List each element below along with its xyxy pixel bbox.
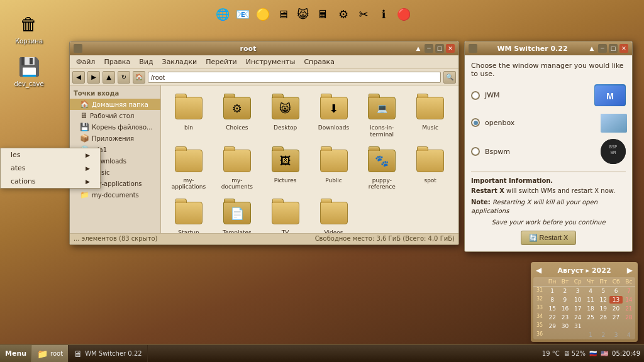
menu-edit[interactable]: Правка [100, 57, 134, 67]
cal-day-11[interactable]: 11 [584, 296, 597, 304]
taskbar-flag-ru[interactable]: 🇷🇺 [589, 350, 597, 357]
wm-up-btn[interactable]: ▲ [587, 44, 596, 53]
menu-tools[interactable]: Инструменты [242, 57, 299, 67]
wm-maximize-btn[interactable]: □ [609, 44, 618, 53]
cal-day-14[interactable]: 14 [623, 296, 635, 304]
sidebar-item-desktop[interactable]: 🖥 Рабочий стол [70, 110, 160, 121]
cal-day-9[interactable]: 9 [558, 296, 571, 304]
back-btn[interactable]: ◀ [72, 71, 85, 84]
menu-file[interactable]: Файл [72, 57, 99, 67]
cal-day-4[interactable]: 4 [584, 287, 597, 295]
cal-day-7[interactable]: 7 [623, 287, 635, 295]
forward-btn[interactable]: ▶ [87, 71, 100, 84]
file-item-spot[interactable]: spot [408, 143, 453, 194]
wm-close-btn[interactable]: ✕ [619, 44, 628, 53]
cal-day-31[interactable]: 31 [572, 322, 584, 330]
file-item-startup[interactable]: Startup [166, 195, 211, 233]
restart-x-button[interactable]: 🔄 Restart X [521, 231, 577, 245]
cal-prev-btn[interactable]: ◀ [536, 266, 541, 275]
cal-day-30[interactable]: 30 [558, 322, 571, 330]
wm-option-bspwm[interactable]: Bspwm BSP WM [471, 139, 626, 164]
top-icon-calc[interactable]: 🖩 [314, 5, 332, 23]
taskbar-flag-us[interactable]: 🇺🇸 [601, 350, 608, 357]
wm-option-jwm[interactable]: JWM M [471, 84, 626, 106]
cal-day-10[interactable]: 10 [572, 296, 584, 304]
cal-day-22[interactable]: 22 [546, 314, 558, 321]
window-close-btn[interactable]: ✕ [446, 44, 455, 53]
cal-next-3[interactable]: 3 [609, 331, 622, 339]
file-manager-menu-btn[interactable] [74, 44, 82, 53]
taskbar-item-wm[interactable]: 🖥 WM Switcher 0.22 [69, 345, 147, 362]
menu-view[interactable]: Вид [135, 57, 157, 67]
cal-next-2[interactable]: 2 [597, 331, 609, 339]
cal-day-24[interactable]: 24 [572, 314, 584, 321]
file-item-bin[interactable]: bin [166, 90, 211, 141]
menu-help[interactable]: Справка [300, 57, 338, 67]
file-item-icons[interactable]: 💻 icons-in-terminal [359, 90, 404, 141]
file-item-desktop[interactable]: 😸 Desktop [263, 90, 308, 141]
up-btn[interactable]: ▲ [103, 71, 115, 84]
search-btn[interactable]: 🔍 [443, 71, 456, 84]
wm-menu-btn[interactable] [469, 44, 477, 53]
top-icon-red[interactable]: 🔴 [395, 5, 413, 23]
cal-next-4[interactable]: 4 [623, 331, 635, 339]
file-item-videos[interactable]: Videos [311, 195, 357, 233]
cal-day-16[interactable]: 16 [558, 305, 571, 312]
file-item-tv[interactable]: TV [263, 195, 308, 233]
taskbar-menu-btn[interactable]: Menu [0, 345, 32, 362]
bspwm-radio[interactable] [471, 147, 480, 156]
cal-day-3[interactable]: 3 [572, 287, 584, 295]
cal-day-18[interactable]: 18 [584, 305, 597, 312]
top-icon-cat[interactable]: 😸 [294, 5, 312, 23]
cal-day-26[interactable]: 26 [597, 314, 609, 321]
cal-day-20[interactable]: 20 [609, 305, 622, 312]
cal-day-28[interactable]: 28 [623, 314, 635, 321]
file-item-choices[interactable]: ⚙ Choices [214, 90, 260, 141]
top-icon-screen[interactable]: 🖥 [274, 5, 292, 23]
desktop-icon-trash[interactable]: 🗑 Корзина [9, 11, 49, 45]
file-item-puppy[interactable]: 🐾 puppy-reference [359, 143, 404, 194]
window-up-btn[interactable]: ▲ [414, 44, 423, 53]
sidebar-item-home[interactable]: 🏠 Домашняя папка [70, 99, 160, 110]
home-btn[interactable]: 🏠 [133, 71, 145, 84]
desktop-icon-devcave[interactable]: 💾 dev_cave [9, 54, 49, 87]
cal-day-29[interactable]: 29 [546, 322, 558, 330]
sidebar-item-root[interactable]: 💾 Корень файлово... [70, 121, 160, 133]
cal-day-25[interactable]: 25 [584, 314, 597, 321]
menu-go[interactable]: Перейти [202, 57, 241, 67]
file-item-templates[interactable]: 📄 Templates [214, 195, 260, 233]
wm-minimize-btn[interactable]: ─ [598, 44, 607, 53]
cal-day-5[interactable]: 5 [597, 287, 609, 295]
cal-next-btn[interactable]: ▶ [627, 266, 633, 275]
jwm-radio[interactable] [471, 91, 480, 100]
ctx-item-les[interactable]: les ▶ [1, 148, 100, 162]
cal-day-27[interactable]: 27 [609, 314, 622, 321]
address-bar[interactable] [148, 72, 441, 83]
cal-day-8[interactable]: 8 [546, 296, 558, 304]
cal-day-6[interactable]: 6 [609, 287, 622, 295]
cal-day-19[interactable]: 19 [597, 305, 609, 312]
menu-bookmarks[interactable]: Закладки [158, 57, 201, 67]
file-item-myapps[interactable]: my-applications [166, 143, 211, 194]
file-item-mydocs[interactable]: my-documents [214, 143, 260, 194]
file-item-downloads[interactable]: ⬇ Downloads [311, 90, 357, 141]
cal-day-13[interactable]: 13 [609, 296, 622, 304]
sidebar-item-mydocs[interactable]: 📁 my-documents [70, 189, 160, 200]
cal-day-12[interactable]: 12 [597, 296, 609, 304]
top-icon-info[interactable]: ℹ [375, 5, 392, 23]
ctx-item-ates[interactable]: ates ▶ [1, 162, 100, 175]
cal-day-17[interactable]: 17 [572, 305, 584, 312]
taskbar-item-root[interactable]: 📁 root [32, 345, 69, 362]
top-icon-gear[interactable]: ⚙ [335, 5, 352, 23]
top-icon-scissors[interactable]: ✂ [355, 5, 372, 23]
window-maximize-btn[interactable]: □ [435, 44, 444, 53]
ctx-item-cations[interactable]: cations ▶ [1, 175, 100, 188]
refresh-btn[interactable]: ↻ [118, 71, 130, 84]
cal-day-21[interactable]: 21 [623, 305, 635, 312]
top-icon-browser[interactable]: 🌐 [214, 5, 231, 23]
file-item-pictures[interactable]: 🖼 Pictures [263, 143, 308, 194]
cal-day-2[interactable]: 2 [558, 287, 571, 295]
cal-day-23[interactable]: 23 [558, 314, 571, 321]
sidebar-item-apps[interactable]: 📦 Приложения [70, 133, 160, 144]
cal-day-1[interactable]: 1 [546, 287, 558, 295]
